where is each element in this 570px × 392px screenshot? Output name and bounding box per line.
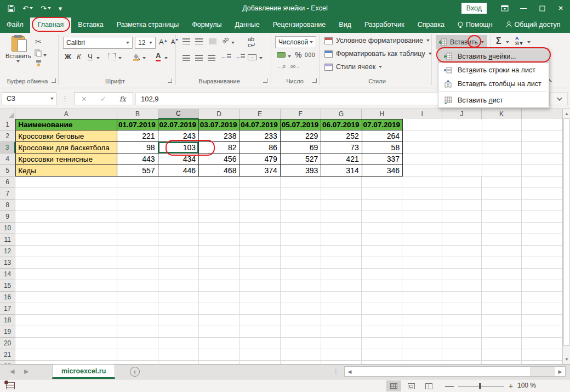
cell-A12[interactable] (15, 246, 117, 257)
cell-F19[interactable] (281, 326, 321, 338)
menu-item-insert-columns[interactable]: Вставить столбцы на лист (438, 77, 549, 90)
name-box[interactable]: C3 (2, 92, 56, 105)
row-header-4[interactable]: 4 (0, 154, 15, 165)
row-header-6[interactable]: 6 (0, 177, 15, 188)
cell-G3[interactable]: 73 (321, 142, 362, 154)
cell-L5[interactable] (522, 165, 562, 177)
number-format-combo[interactable]: Числовой (275, 36, 316, 48)
cell-F18[interactable] (281, 315, 321, 326)
cell-F11[interactable] (281, 234, 321, 246)
zoom-in-icon[interactable]: + (509, 382, 513, 390)
cell-E15[interactable] (240, 280, 280, 292)
borders-dropdown-icon[interactable] (118, 57, 122, 59)
align-bottom-icon[interactable] (208, 37, 218, 46)
cell-K18[interactable] (482, 315, 521, 326)
cell-K11[interactable] (482, 234, 521, 246)
cell-H18[interactable] (362, 315, 402, 326)
currency-icon[interactable] (277, 52, 286, 58)
column-header-A[interactable]: A (15, 109, 117, 119)
cell-L15[interactable] (522, 280, 562, 292)
paste-dropdown-icon[interactable] (16, 60, 20, 63)
row-header-8[interactable]: 8 (0, 200, 15, 211)
cell-F10[interactable] (281, 223, 321, 234)
tab-insert[interactable]: Вставка (71, 18, 110, 33)
cell-K6[interactable] (482, 177, 521, 188)
cell-H2[interactable]: 264 (362, 130, 403, 142)
cell-K17[interactable] (482, 303, 521, 315)
cell-B20[interactable] (117, 338, 158, 349)
cell-D21[interactable] (199, 349, 240, 361)
cell-F14[interactable] (281, 269, 321, 280)
cell-B21[interactable] (117, 349, 158, 361)
cell-G4[interactable]: 421 (321, 154, 362, 165)
cell-E11[interactable] (240, 234, 280, 246)
name-box-dropdown-icon[interactable] (50, 98, 54, 100)
row-header-13[interactable]: 13 (0, 257, 15, 269)
tab-home[interactable]: Главная (30, 18, 72, 33)
cell-E18[interactable] (240, 315, 280, 326)
cell-C8[interactable] (158, 200, 199, 211)
sign-in-button[interactable]: Вход (461, 3, 487, 14)
cell-J19[interactable] (442, 326, 482, 338)
cell-H11[interactable] (362, 234, 402, 246)
cell-D4[interactable]: 456 (199, 154, 240, 165)
cell-A16[interactable] (15, 292, 117, 303)
cell-K7[interactable] (482, 188, 521, 200)
cell-A5[interactable]: Кеды (15, 165, 117, 177)
cell-E17[interactable] (240, 303, 280, 315)
percent-style-button[interactable]: % (295, 50, 301, 59)
cell-C13[interactable] (158, 257, 199, 269)
cell-K15[interactable] (482, 280, 521, 292)
scroll-right-icon[interactable]: ▶ (555, 367, 565, 376)
cell-L21[interactable] (522, 349, 562, 361)
scroll-down-icon[interactable]: ▼ (563, 355, 570, 363)
cell-D15[interactable] (199, 280, 240, 292)
cell-E6[interactable] (240, 177, 280, 188)
row-header-21[interactable]: 21 (0, 349, 15, 361)
cell-H5[interactable]: 346 (362, 165, 403, 177)
cell-B12[interactable] (117, 246, 158, 257)
cell-F2[interactable]: 229 (281, 130, 321, 142)
cell-F5[interactable]: 393 (281, 165, 321, 177)
row-header-3[interactable]: 3 (0, 142, 15, 154)
cell-F1[interactable]: 05.07.2019 (281, 119, 321, 130)
save-icon[interactable] (8, 5, 15, 12)
row-header-12[interactable]: 12 (0, 246, 15, 257)
cell-C2[interactable]: 243 (158, 130, 199, 142)
tab-assistant[interactable]: Помощн (451, 18, 499, 33)
increase-decimal-icon[interactable]: ←,0 (277, 65, 286, 69)
cell-J9[interactable] (442, 211, 482, 223)
clipboard-dialog-launcher[interactable] (52, 78, 56, 83)
cell-F16[interactable] (281, 292, 321, 303)
cell-H17[interactable] (362, 303, 402, 315)
row-header-15[interactable]: 15 (0, 280, 15, 292)
cell-J17[interactable] (442, 303, 482, 315)
cell-C12[interactable] (158, 246, 199, 257)
tab-splitter[interactable]: ⋮ (333, 367, 339, 375)
cell-G18[interactable] (321, 315, 362, 326)
cell-A8[interactable] (15, 200, 117, 211)
wrap-text-icon[interactable]: abc↵ (248, 36, 256, 48)
cell-D20[interactable] (199, 338, 240, 349)
cell-E21[interactable] (240, 349, 280, 361)
cell-L16[interactable] (522, 292, 562, 303)
cell-J7[interactable] (442, 188, 482, 200)
row-header-2[interactable]: 2 (0, 130, 15, 142)
cell-J1[interactable] (442, 119, 482, 130)
horizontal-scroll-track[interactable] (531, 367, 555, 376)
cell-E7[interactable] (240, 188, 280, 200)
page-layout-view-button[interactable] (404, 380, 419, 391)
cell-E12[interactable] (240, 246, 280, 257)
cell-J18[interactable] (442, 315, 482, 326)
cell-C17[interactable] (158, 303, 199, 315)
font-name-combo[interactable]: Calibri (63, 37, 133, 49)
cell-G9[interactable] (321, 211, 362, 223)
tab-view[interactable]: Вид (332, 18, 358, 33)
increase-font-icon[interactable]: A▲ (159, 38, 168, 46)
cell-D16[interactable] (199, 292, 240, 303)
cell-K14[interactable] (482, 269, 521, 280)
cell-D14[interactable] (199, 269, 240, 280)
decrease-indent-icon[interactable]: ← (221, 53, 231, 60)
cell-E8[interactable] (240, 200, 280, 211)
cell-G16[interactable] (321, 292, 362, 303)
